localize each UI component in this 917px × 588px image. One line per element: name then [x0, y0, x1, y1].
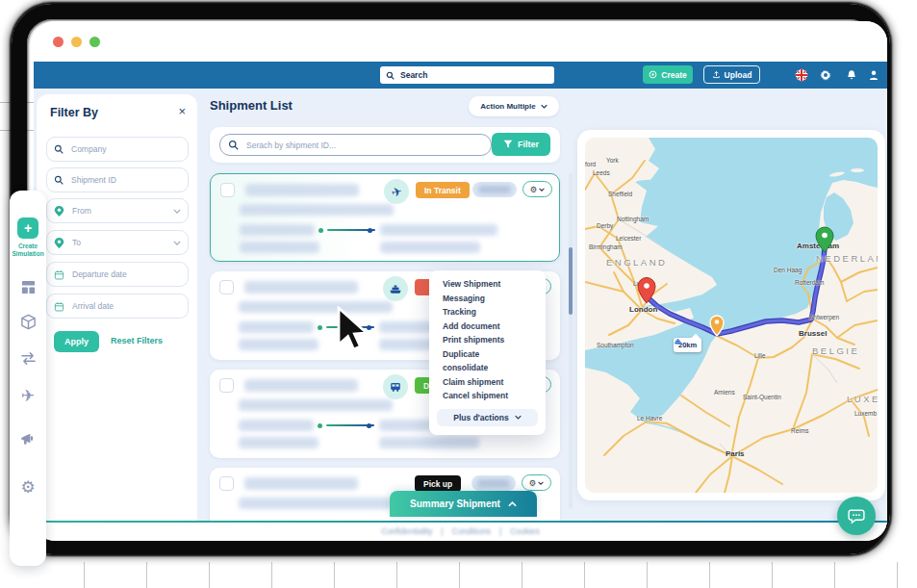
close-icon[interactable]: ×: [178, 104, 186, 118]
funnel-icon: [503, 140, 513, 149]
chat-button[interactable]: [837, 497, 876, 535]
arrival-date-input[interactable]: [70, 300, 181, 312]
map-region-label: ENGLAND: [606, 257, 667, 268]
card-checkbox[interactable]: [219, 378, 234, 393]
notifications-button[interactable]: [845, 68, 858, 82]
reset-filters-link[interactable]: Reset Filters: [111, 336, 163, 345]
upload-button-label: Upload: [725, 70, 752, 80]
truck-icon: [389, 380, 402, 394]
megaphone-icon: [20, 431, 37, 447]
shipment-id-field[interactable]: [46, 167, 189, 192]
language-flag-button[interactable]: [795, 68, 808, 82]
create-button[interactable]: Create: [643, 65, 693, 84]
redacted-date: [239, 437, 318, 448]
departure-date-field[interactable]: [46, 262, 189, 287]
list-scrollbar[interactable]: [569, 173, 573, 509]
redacted-origin: [240, 224, 315, 236]
titlebar: [34, 21, 887, 62]
account-button[interactable]: [867, 68, 880, 82]
footer-separator: |: [442, 526, 444, 536]
card-context-menu: View Shipment Messaging Tracking Add doc…: [429, 270, 546, 435]
menu-item-claim-shipment[interactable]: Claim shipment: [429, 375, 546, 390]
chevron-down-icon: [173, 209, 181, 214]
menu-item-messaging[interactable]: Messaging: [429, 292, 546, 306]
origin-dot: [318, 228, 323, 233]
pin-icon: [54, 205, 64, 217]
close-window-button[interactable]: [53, 37, 64, 47]
redacted-shipment-id: [244, 379, 358, 392]
redacted-company: [239, 399, 393, 411]
footer-link[interactable]: Confidentiality: [381, 526, 432, 536]
shipment-search-input[interactable]: [244, 140, 483, 151]
sidebar-item-settings[interactable]: ⚙: [10, 477, 46, 498]
global-search[interactable]: [380, 66, 554, 84]
card-actions-dropdown[interactable]: ⚙: [522, 474, 551, 491]
pin-icon: [54, 237, 64, 249]
card-actions-dropdown[interactable]: ⚙: [522, 181, 552, 197]
summary-shipment-button[interactable]: Summary Shipment: [390, 491, 537, 517]
search-icon: [228, 140, 239, 150]
action-multiple-dropdown[interactable]: Action Multiple: [469, 96, 559, 116]
departure-date-input[interactable]: [70, 268, 181, 280]
card-checkbox[interactable]: [220, 183, 235, 197]
redacted-shipment-id: [244, 477, 358, 490]
search-input[interactable]: [398, 69, 548, 81]
create-button-label: Create: [661, 70, 686, 80]
create-simulation-button[interactable]: +: [17, 217, 38, 239]
settings-button[interactable]: [819, 68, 832, 82]
shipment-id-input[interactable]: [69, 174, 181, 186]
map-label: Reims: [791, 427, 808, 434]
search-icon: [54, 175, 64, 185]
footer-link[interactable]: Cookies: [510, 526, 540, 536]
map-label: Nottingham: [617, 216, 649, 222]
sidebar-item-dashboard[interactable]: [10, 279, 46, 295]
menu-item-consolidate[interactable]: consolidate: [429, 361, 546, 375]
chevron-down-icon: [173, 241, 181, 245]
menu-item-tracking[interactable]: Tracking: [429, 305, 546, 320]
map-label: Leicester: [616, 235, 641, 242]
footer-divider: [34, 521, 887, 523]
menu-item-print-shipments[interactable]: Print shipments: [429, 333, 546, 347]
sidebar-item-announcements[interactable]: [10, 431, 46, 447]
redacted-origin: [239, 321, 314, 333]
redacted-origin: [239, 420, 314, 431]
company-field[interactable]: [46, 137, 189, 162]
sidebar-item-transfers[interactable]: [10, 351, 46, 366]
menu-item-view-shipment[interactable]: View Shipment: [429, 277, 546, 292]
ship-icon: [389, 282, 402, 295]
upload-button[interactable]: Upload: [703, 65, 760, 84]
chevron-down-icon: [541, 104, 548, 109]
to-input[interactable]: [70, 237, 167, 248]
arrival-date-field[interactable]: [46, 294, 189, 319]
route-map[interactable]: ford York Leeds Sheffield Nottingham Der…: [585, 138, 878, 493]
scrollbar-thumb[interactable]: [569, 247, 573, 315]
card-checkbox[interactable]: [219, 280, 234, 294]
shipment-search[interactable]: [219, 134, 492, 156]
menu-item-cancel-shipment[interactable]: Cancel shipment: [429, 389, 546, 403]
menu-item-add-document[interactable]: Add document: [429, 320, 546, 334]
map-card: ford York Leeds Sheffield Nottingham Der…: [577, 130, 885, 500]
sidebar-item-flights[interactable]: ✈: [10, 386, 46, 406]
more-actions-button[interactable]: Plus d'actions: [437, 409, 538, 426]
footer-link[interactable]: Conditions: [452, 526, 491, 536]
card-checkbox[interactable]: [219, 476, 234, 491]
transfer-arrows-icon: [20, 351, 37, 366]
footer: Confidentiality | Conditions | Cookies: [34, 521, 887, 541]
calendar-icon: [54, 301, 64, 312]
map-label: York: [606, 157, 619, 164]
search-icon: [386, 71, 395, 80]
apply-button[interactable]: Apply: [54, 331, 99, 352]
maximize-window-button[interactable]: [89, 37, 100, 47]
redacted-company: [239, 498, 393, 509]
to-select[interactable]: [46, 230, 189, 255]
minimize-window-button[interactable]: [71, 37, 82, 47]
shipment-card[interactable]: ✈ In Transit ⚙: [210, 173, 560, 262]
user-icon: [868, 69, 879, 81]
menu-item-duplicate[interactable]: Duplicate: [429, 347, 546, 362]
company-input[interactable]: [69, 143, 181, 155]
from-select[interactable]: [46, 198, 189, 223]
from-input[interactable]: [70, 205, 167, 217]
sidebar-item-packages[interactable]: [10, 314, 46, 330]
filter-button[interactable]: Filter: [492, 133, 550, 156]
calendar-icon: [54, 269, 64, 280]
